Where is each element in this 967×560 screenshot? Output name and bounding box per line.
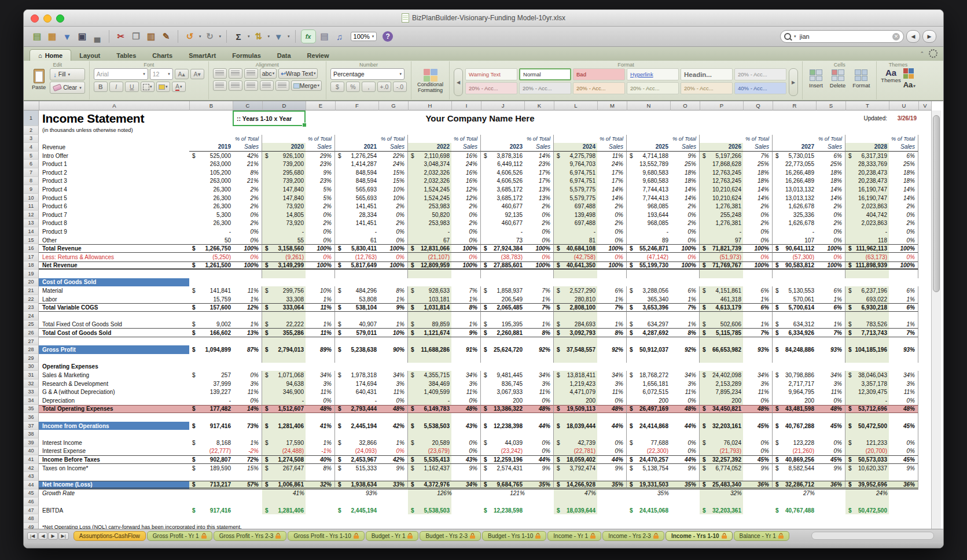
- cell-B18[interactable]: $1,261,500: [189, 261, 233, 270]
- cell-K19[interactable]: [524, 270, 554, 278]
- cell-I7[interactable]: 16%: [451, 168, 481, 177]
- cell-L15[interactable]: 81: [554, 236, 597, 245]
- cell-G22[interactable]: 1%: [378, 295, 408, 304]
- cell-P11[interactable]: 1,276,381: [700, 202, 743, 211]
- help-button[interactable]: ?: [383, 31, 393, 42]
- cell-I14[interactable]: 0%: [451, 227, 481, 236]
- cell-S7[interactable]: 18%: [816, 168, 845, 177]
- style-chip-8[interactable]: 20% - Acc...: [573, 82, 625, 94]
- cell-F35[interactable]: $2,793,444: [335, 405, 378, 414]
- row-header-20[interactable]: 20: [24, 278, 39, 287]
- cell-P7[interactable]: 12,763,245: [700, 168, 743, 177]
- row-header-30[interactable]: 30: [24, 363, 39, 371]
- cell-S28[interactable]: 93%: [816, 345, 845, 354]
- cell-I32[interactable]: 3%: [451, 380, 481, 388]
- increase-indent-button[interactable]: [275, 80, 289, 91]
- cell-S10[interactable]: 14%: [816, 194, 845, 202]
- cell-U38[interactable]: [889, 430, 918, 439]
- cell-S29[interactable]: [816, 354, 845, 363]
- cell-N19[interactable]: [627, 270, 670, 278]
- cell-I40[interactable]: 0%: [451, 447, 481, 456]
- cell-S17[interactable]: 0%: [816, 253, 845, 261]
- cell-K35[interactable]: 48%: [524, 405, 554, 414]
- cell-U17[interactable]: 0%: [889, 253, 918, 261]
- cell-D13[interactable]: 73,920: [262, 219, 306, 228]
- cell-I8[interactable]: 16%: [451, 177, 481, 186]
- label-r3[interactable]: [39, 135, 189, 143]
- cell-G26[interactable]: 10%: [378, 329, 408, 337]
- cell-R38[interactable]: [773, 430, 816, 439]
- cell-H28[interactable]: $11,688,286: [408, 345, 451, 354]
- cell-N25[interactable]: $634,297: [627, 320, 670, 329]
- italic-button[interactable]: I: [109, 82, 123, 92]
- cell-O47[interactable]: [670, 506, 700, 515]
- zoom-select[interactable]: 100%▾: [351, 32, 377, 41]
- style-chip-0[interactable]: Warning Text: [465, 68, 517, 80]
- cell-B29[interactable]: [189, 354, 233, 363]
- cell-G24[interactable]: [378, 312, 408, 320]
- font-color-button[interactable]: A▾: [172, 82, 186, 92]
- cell-F19[interactable]: [335, 270, 378, 278]
- cell-K7[interactable]: 17%: [524, 168, 554, 177]
- cell-K23[interactable]: 7%: [524, 303, 554, 312]
- cell-K5[interactable]: 14%: [524, 152, 554, 160]
- cell-D8[interactable]: 739,200: [262, 177, 306, 186]
- cell-L7[interactable]: 6,974,751: [554, 168, 597, 177]
- label-r37[interactable]: Income from Operations: [39, 422, 189, 430]
- cell-L11[interactable]: 697,488: [554, 202, 597, 211]
- cell-F31[interactable]: $1,978,318: [335, 371, 378, 380]
- cell-K17[interactable]: 0%: [524, 253, 554, 261]
- cell-H38[interactable]: [408, 430, 451, 439]
- cell-M35[interactable]: 48%: [597, 405, 627, 414]
- cell-I18[interactable]: 100%: [451, 261, 481, 270]
- cell-C7[interactable]: 8%: [233, 168, 262, 177]
- cell-I34[interactable]: 0%: [451, 396, 481, 405]
- cell-M44[interactable]: 35%: [597, 481, 627, 489]
- cell-S19[interactable]: [816, 270, 845, 278]
- growth-2020[interactable]: 41%: [262, 489, 335, 498]
- cell-T12[interactable]: 404,742: [845, 211, 889, 219]
- cell-L36[interactable]: [554, 413, 597, 422]
- cell-U37[interactable]: 45%: [889, 422, 918, 430]
- fill-color-button[interactable]: ▾: [156, 82, 170, 92]
- cell-I16[interactable]: 100%: [451, 244, 481, 253]
- cell-B37[interactable]: $917,416: [189, 422, 233, 430]
- label-r48[interactable]: [39, 514, 189, 523]
- cell-P35[interactable]: $34,450,821: [700, 405, 743, 414]
- cell-S16[interactable]: 100%: [816, 244, 845, 253]
- row-header-9[interactable]: 9: [24, 185, 39, 194]
- cell-I41[interactable]: 43%: [451, 455, 481, 464]
- cell-N34[interactable]: 200: [627, 396, 670, 405]
- cell-R9[interactable]: 13,013,132: [773, 185, 816, 194]
- cell-F17[interactable]: (12,763): [335, 253, 378, 261]
- undo-icon[interactable]: ↺: [183, 30, 196, 43]
- cell-Q24[interactable]: [743, 312, 773, 320]
- cell-K29[interactable]: [524, 354, 554, 363]
- cell-E18[interactable]: 100%: [306, 261, 335, 270]
- cell-N24[interactable]: [627, 312, 670, 320]
- cell-R8[interactable]: 16,266,489: [773, 177, 816, 186]
- cell-L24[interactable]: [554, 312, 597, 320]
- cell-F26[interactable]: $579,011: [335, 329, 378, 337]
- cell-T23[interactable]: $6,930,218: [845, 303, 889, 312]
- cell-E13[interactable]: 2%: [306, 219, 335, 228]
- cell-T15[interactable]: 118: [845, 236, 889, 245]
- label-r22[interactable]: Labor: [39, 295, 189, 304]
- cell-O15[interactable]: 0%: [670, 236, 700, 245]
- cell-T42[interactable]: $10,620,337: [845, 464, 889, 473]
- column-header-I[interactable]: I: [452, 101, 481, 110]
- column-header-B[interactable]: B: [190, 101, 233, 110]
- label-r23[interactable]: Total Variable COGS: [39, 303, 189, 312]
- cell-T34[interactable]: -: [845, 396, 889, 405]
- cell-J33[interactable]: 3,067,933: [481, 388, 524, 396]
- cell-G35[interactable]: 48%: [378, 405, 408, 414]
- cell-D14[interactable]: -: [262, 227, 306, 236]
- cell-S47[interactable]: [816, 506, 845, 515]
- cell-N18[interactable]: $55,199,730: [627, 261, 670, 270]
- cell-U32[interactable]: 3%: [889, 380, 918, 388]
- row-header-6[interactable]: 6: [24, 160, 39, 168]
- cell-D10[interactable]: 147,840: [262, 194, 306, 202]
- cell-D44[interactable]: $1,006,861: [262, 481, 306, 489]
- sheet-tab-gross-profit-yrs-2-3[interactable]: Gross Profit - Yrs 2-3: [214, 531, 287, 541]
- cell-F46[interactable]: [335, 498, 378, 506]
